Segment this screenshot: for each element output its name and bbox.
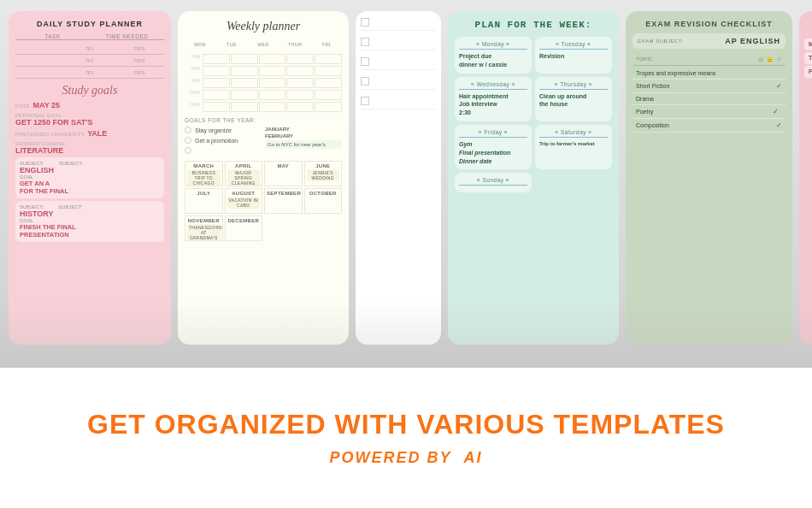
daily-row2-col3: mins: [115, 57, 164, 63]
year-months-grid: MARCH Business trip to Chicago APRIL Maj…: [185, 161, 342, 241]
cell-10am-wed: [259, 90, 286, 100]
daily-date-value: MAY 25: [33, 101, 61, 109]
daily-personal-goal-value: GET 1250 FOR SAT'S: [15, 118, 164, 127]
cell-7am-fri: [315, 54, 342, 64]
time-row-9am: 9AM: [185, 78, 342, 88]
goals-list: Stay organize Get a promotion: [185, 127, 262, 157]
topic-3-name: Drama: [636, 96, 772, 102]
cell-7am-tue: [231, 54, 258, 64]
topic-row-1: Tropes and expressive means: [633, 68, 786, 80]
exam-title: EXAM REVISION CHECKLIST: [633, 20, 786, 28]
cell-7am-mon: [203, 54, 230, 64]
cell-8am-tue: [231, 66, 258, 76]
check-row-1: [361, 18, 436, 31]
month-may: MAY: [264, 161, 303, 186]
exam-checklist-card: EXAM REVISION CHECKLIST EXAM SUBJECT: AP…: [626, 11, 792, 345]
monthly-notes: JANUARY FEBRUARY Go to NYC for new year'…: [265, 127, 342, 157]
exam-subject-value: AP ENGLISH: [725, 37, 780, 45]
day-wed: WED: [248, 40, 279, 49]
day-saturday-box: ≡ Saturday ≡ Trip to farmer's market: [535, 125, 612, 169]
checkbox-5[interactable]: [361, 97, 369, 105]
daily-row3-col1: [15, 69, 65, 75]
day-wednesday-name: ≡ Wednesday ≡: [459, 81, 527, 90]
day-thursday-box: ≡ Thursday ≡ Clean up aroundthe house: [535, 77, 612, 121]
topic-4-check: ✓: [773, 108, 779, 115]
daily-col-time: TIME NEEDED: [90, 33, 164, 39]
day-tue: TUE: [216, 40, 247, 49]
topic-4-name: Poetry: [636, 109, 766, 115]
goals-layout: Stay organize Get a promotion: [185, 127, 342, 157]
myweek-monday-name: Monday: [809, 41, 812, 47]
time-row-10am: 10AM: [185, 90, 342, 100]
time-10am: 10AM: [185, 90, 202, 100]
daily-course-row: DESIRED COURSE: LITERATURE: [15, 140, 164, 155]
cell-10am-fri: [315, 90, 342, 100]
topic-1-name: Tropes and expressive means: [636, 70, 772, 76]
daily-planner-title: DAILY STUDY PLANNER: [15, 20, 164, 28]
cell-11am-tue: [231, 102, 258, 112]
checkbox-4[interactable]: [361, 77, 369, 86]
day-friday-name: ≡ Friday ≡: [459, 129, 527, 138]
bottom-section: GET ORGANIZED WITH VARIOUS TEMPLATES POW…: [0, 368, 812, 508]
main-headline: GET ORGANIZED WITH VARIOUS TEMPLATES: [87, 409, 725, 440]
goal-item-1: Stay organize: [185, 127, 262, 133]
subline-highlight: AI: [464, 449, 483, 466]
checkbox-3[interactable]: [361, 57, 369, 66]
daily-row1-col3: mins: [115, 45, 164, 51]
month-mar: MARCH Business trip to Chicago: [185, 161, 223, 186]
myweek-friday-name: Friday: [809, 68, 812, 74]
weekly-planner-card: Weekly planner MON TUE WED THUR FRI 7AM: [178, 11, 349, 345]
checklist-card: [356, 11, 441, 345]
cell-9am-wed: [259, 78, 286, 88]
daily-row2-col2: hrs: [65, 57, 115, 63]
topic-row-2: Short Fiction ✓: [633, 80, 786, 93]
month-nov: NOVEMBER Thanksgiving at grandma's: [185, 216, 223, 241]
goal2-value: FINISH THE FINALPRESENTATION: [20, 223, 160, 239]
check-row-4: [361, 77, 436, 90]
myweek-day-tabs: Monday Tuesday Friday: [804, 38, 812, 78]
cell-10am-mon: [203, 90, 230, 100]
daily-planner-card: DAILY STUDY PLANNER TASK TIME NEEDED hrs…: [9, 11, 171, 345]
goal-circle-3: [185, 147, 191, 154]
daily-row-2: hrs mins: [15, 55, 164, 67]
daily-date-label: DATE:: [15, 103, 32, 109]
daily-row2-col1: [15, 57, 65, 63]
cell-11am-mon: [203, 102, 230, 112]
goal1-subject-value: ENGLISH: [20, 166, 54, 174]
month-jan-title: JANUARY: [265, 127, 342, 132]
cell-9am-mon: [203, 78, 230, 88]
day-saturday-events: Trip to farmer's market: [539, 140, 608, 147]
daily-university-label: PREFERRED UNIVERSITY:: [15, 132, 85, 137]
topic-row-4: Poetry ✓: [633, 105, 786, 119]
day-friday-box: ≡ Friday ≡ GymFinal presentationDinner d…: [455, 125, 532, 169]
goal-circle-2: [185, 137, 191, 144]
checkbox-1[interactable]: [361, 18, 369, 27]
daily-col-task: TASK: [15, 33, 90, 39]
cards-section: DAILY STUDY PLANNER TASK TIME NEEDED hrs…: [0, 0, 812, 368]
month-sep: SEPTEMBER: [264, 188, 303, 214]
daily-row-3: hrs mins: [15, 67, 164, 79]
cell-8am-wed: [259, 66, 286, 76]
month-dec: DECEMBER: [225, 216, 263, 241]
myweek-day-monday: Monday: [804, 38, 812, 50]
feb-event: Go to NYC for new year's: [265, 140, 342, 149]
topic-5-name: Composition: [636, 122, 766, 128]
exam-subject-row: EXAM SUBJECT: AP ENGLISH: [633, 33, 786, 49]
cell-10am-thur: [286, 90, 314, 100]
yearly-grid: MARCH Business trip to Chicago APRIL Maj…: [185, 161, 342, 241]
goal-text-2: Get a promotion: [195, 138, 238, 144]
daily-date-row: DATE: MAY 25: [15, 101, 164, 109]
daily-course-value: LITERATURE: [15, 146, 164, 155]
goal-box-1: SUBJECT: ENGLISH SUBJECT: GOAL GET AN AF…: [15, 157, 164, 198]
day-fri: FRI: [311, 40, 342, 49]
day-monday-name: ≡ Monday ≡: [459, 41, 527, 50]
day-friday-events: GymFinal presentationDinner date: [459, 140, 527, 165]
time-11am: 11AM: [185, 102, 202, 112]
topics-header: TOPIC ☹ 😐 ☺: [633, 54, 786, 66]
topic-row-5: Composition ✓: [633, 119, 786, 133]
checkbox-2[interactable]: [361, 38, 369, 46]
day-monday-events: Project duedinner w / cassie: [459, 52, 527, 69]
topic-row-3: Drama: [633, 93, 786, 105]
day-wednesday-box: ≡ Wednesday ≡ Hair appointmentJob interv…: [455, 77, 532, 121]
topic-2-name: Short Fiction: [636, 83, 766, 89]
